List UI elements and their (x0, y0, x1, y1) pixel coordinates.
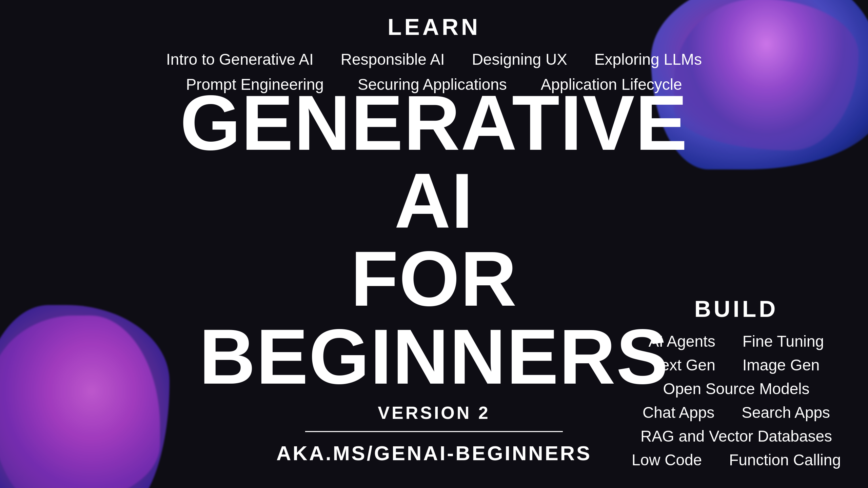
learn-item-llms: Exploring LLMs (594, 50, 702, 68)
main-title: GENERATIVE AI FOR BEGINNERS (180, 84, 688, 396)
main-title-section: GENERATIVE AI FOR BEGINNERS VERSION 2 AK… (180, 84, 688, 465)
build-item-searchapps: Search Apps (742, 403, 830, 422)
build-item-imagegen: Image Gen (743, 356, 820, 374)
build-item-functioncalling: Function Calling (729, 451, 841, 469)
learn-row-1: Intro to Generative AI Responsible AI De… (166, 50, 702, 68)
build-item-lowcode: Low Code (632, 451, 702, 469)
build-title: BUILD (694, 296, 778, 322)
page-container: LEARN Intro to Generative AI Responsible… (0, 0, 868, 488)
learn-item-responsible: Responsible AI (341, 50, 445, 68)
build-item-finetuning: Fine Tuning (743, 332, 824, 350)
learn-title: LEARN (388, 14, 480, 40)
build-item-agents: AI Agents (649, 332, 715, 350)
build-section: BUILD AI Agents Fine Tuning Text Gen Ima… (632, 296, 841, 474)
build-row-4: Chat Apps Search Apps (643, 403, 830, 422)
build-item-textgen: Text Gen (653, 356, 715, 374)
build-row-1: AI Agents Fine Tuning (649, 332, 824, 350)
build-row-6: Low Code Function Calling (632, 451, 841, 469)
title-line1: GENERATIVE AI (180, 84, 688, 240)
learn-item-intro: Intro to Generative AI (166, 50, 314, 68)
build-row-3: Open Source Models (663, 380, 809, 398)
url-label: AKA.MS/GENAI-BEGINNERS (276, 442, 592, 465)
title-line3: BEGINNERS (180, 318, 688, 396)
title-divider (305, 431, 563, 432)
build-item-rag: RAG and Vector Databases (640, 427, 832, 445)
build-row-5: RAG and Vector Databases (640, 427, 832, 445)
version-label: VERSION 2 (378, 403, 490, 423)
build-item-opensource: Open Source Models (663, 380, 809, 398)
title-line2: FOR (180, 240, 688, 318)
build-item-chatapps: Chat Apps (643, 403, 714, 422)
build-row-2: Text Gen Image Gen (653, 356, 820, 374)
learn-item-ux: Designing UX (472, 50, 567, 68)
